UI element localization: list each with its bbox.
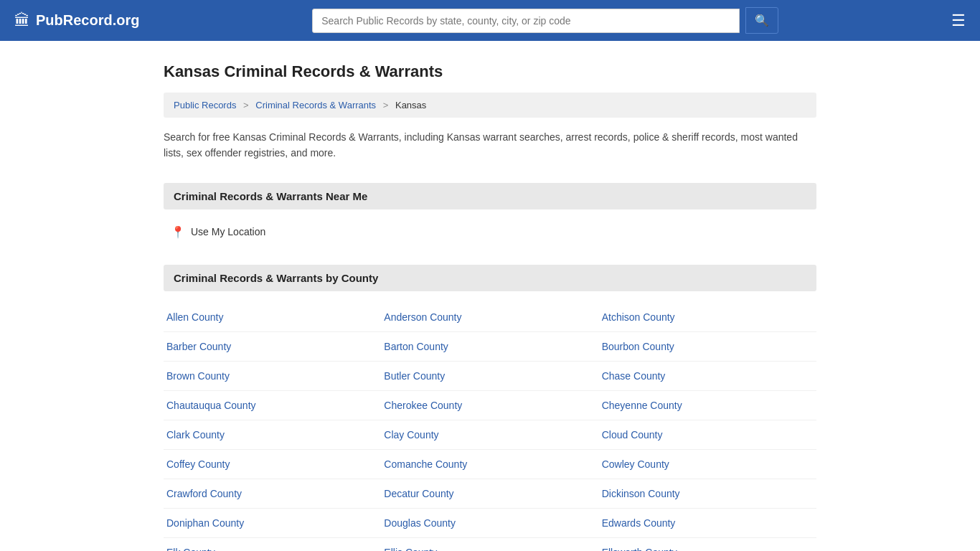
list-item: Dickinson County bbox=[599, 479, 816, 509]
county-link[interactable]: Doniphan County bbox=[166, 517, 244, 529]
list-item: Doniphan County bbox=[164, 509, 381, 538]
list-item: Chautauqua County bbox=[164, 391, 381, 420]
list-item: Douglas County bbox=[381, 509, 598, 538]
search-area: 🔍 bbox=[312, 7, 778, 34]
county-link[interactable]: Butler County bbox=[384, 370, 445, 382]
county-link[interactable]: Clark County bbox=[166, 429, 225, 441]
county-link[interactable]: Barber County bbox=[166, 341, 231, 352]
logo-text: PubRecord.org bbox=[36, 12, 139, 29]
county-link[interactable]: Atchison County bbox=[602, 311, 675, 323]
near-me-section-header: Criminal Records & Warrants Near Me bbox=[164, 183, 816, 209]
list-item: Cheyenne County bbox=[599, 391, 816, 420]
search-icon: 🔍 bbox=[755, 14, 769, 27]
county-link[interactable]: Edwards County bbox=[602, 517, 676, 529]
breadcrumb-sep-2: > bbox=[383, 100, 389, 110]
county-link[interactable]: Cowley County bbox=[602, 458, 669, 470]
county-link[interactable]: Anderson County bbox=[384, 311, 461, 323]
county-link[interactable]: Brown County bbox=[166, 370, 230, 382]
list-item: Anderson County bbox=[381, 303, 598, 332]
list-item: Barber County bbox=[164, 332, 381, 362]
menu-button[interactable]: ☰ bbox=[951, 11, 966, 30]
near-me-section: Criminal Records & Warrants Near Me 📍 Us… bbox=[164, 183, 816, 243]
list-item: Cherokee County bbox=[381, 391, 598, 420]
list-item: Chase County bbox=[599, 362, 816, 391]
breadcrumb-link-public-records[interactable]: Public Records bbox=[174, 100, 236, 110]
county-section: Criminal Records & Warrants by County Al… bbox=[164, 265, 816, 551]
county-link[interactable]: Ellis County bbox=[384, 547, 437, 551]
county-grid: Allen CountyAnderson CountyAtchison Coun… bbox=[164, 303, 816, 551]
search-button[interactable]: 🔍 bbox=[745, 7, 778, 34]
county-link[interactable]: Allen County bbox=[166, 311, 223, 323]
list-item: Edwards County bbox=[599, 509, 816, 538]
list-item: Butler County bbox=[381, 362, 598, 391]
menu-icon: ☰ bbox=[951, 11, 966, 29]
county-link[interactable]: Barton County bbox=[384, 341, 448, 352]
list-item: Clay County bbox=[381, 420, 598, 450]
list-item: Atchison County bbox=[599, 303, 816, 332]
use-my-location-label: Use My Location bbox=[191, 226, 265, 237]
list-item: Crawford County bbox=[164, 479, 381, 509]
county-link[interactable]: Cloud County bbox=[602, 429, 663, 441]
search-input[interactable] bbox=[312, 9, 740, 33]
breadcrumb-sep-1: > bbox=[243, 100, 249, 110]
location-icon: 📍 bbox=[171, 225, 185, 239]
county-link[interactable]: Decatur County bbox=[384, 488, 453, 499]
county-link[interactable]: Chase County bbox=[602, 370, 666, 382]
logo[interactable]: 🏛 PubRecord.org bbox=[14, 11, 139, 30]
use-my-location-button[interactable]: 📍 Use My Location bbox=[164, 221, 273, 243]
breadcrumb-current: Kansas bbox=[395, 100, 426, 110]
county-link[interactable]: Clay County bbox=[384, 429, 438, 441]
county-link[interactable]: Bourbon County bbox=[602, 341, 674, 352]
county-link[interactable]: Elk County bbox=[166, 547, 215, 551]
list-item: Cloud County bbox=[599, 420, 816, 450]
header: 🏛 PubRecord.org 🔍 ☰ bbox=[0, 0, 980, 41]
list-item: Decatur County bbox=[381, 479, 598, 509]
county-section-header: Criminal Records & Warrants by County bbox=[164, 265, 816, 291]
list-item: Brown County bbox=[164, 362, 381, 391]
main-content: Kansas Criminal Records & Warrants Publi… bbox=[149, 41, 831, 551]
county-link[interactable]: Coffey County bbox=[166, 458, 230, 470]
county-link[interactable]: Cherokee County bbox=[384, 400, 462, 411]
county-link[interactable]: Comanche County bbox=[384, 458, 467, 470]
list-item: Ellis County bbox=[381, 538, 598, 551]
county-link[interactable]: Dickinson County bbox=[602, 488, 680, 499]
list-item: Bourbon County bbox=[599, 332, 816, 362]
county-link[interactable]: Douglas County bbox=[384, 517, 456, 529]
list-item: Allen County bbox=[164, 303, 381, 332]
page-title: Kansas Criminal Records & Warrants bbox=[164, 62, 816, 81]
page-description: Search for free Kansas Criminal Records … bbox=[164, 129, 816, 161]
breadcrumb: Public Records > Criminal Records & Warr… bbox=[164, 93, 816, 118]
county-link[interactable]: Chautauqua County bbox=[166, 400, 256, 411]
list-item: Barton County bbox=[381, 332, 598, 362]
list-item: Ellsworth County bbox=[599, 538, 816, 551]
breadcrumb-link-criminal[interactable]: Criminal Records & Warrants bbox=[255, 100, 376, 110]
list-item: Elk County bbox=[164, 538, 381, 551]
list-item: Clark County bbox=[164, 420, 381, 450]
county-link[interactable]: Ellsworth County bbox=[602, 547, 677, 551]
county-link[interactable]: Crawford County bbox=[166, 488, 242, 499]
logo-icon: 🏛 bbox=[14, 11, 30, 30]
list-item: Cowley County bbox=[599, 450, 816, 479]
list-item: Comanche County bbox=[381, 450, 598, 479]
list-item: Coffey County bbox=[164, 450, 381, 479]
county-link[interactable]: Cheyenne County bbox=[602, 400, 682, 411]
